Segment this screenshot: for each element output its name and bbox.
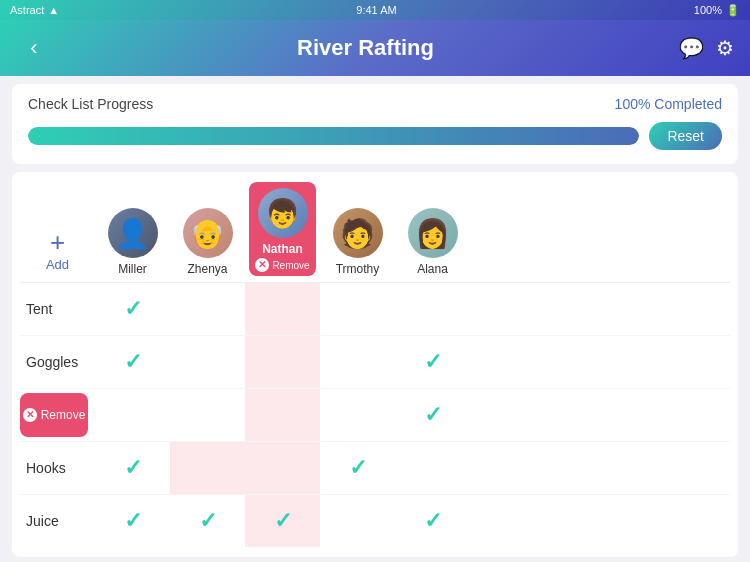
progress-section: Check List Progress 100% Completed Reset <box>12 84 738 164</box>
member-cell-zhenya: 👴 Zhenya <box>170 208 245 276</box>
nathan-selected-cell[interactable]: 👦 Nathan ✕ Remove <box>249 182 315 276</box>
plus-icon: + <box>50 229 65 255</box>
grid-cell-remove-nathan[interactable] <box>245 389 320 441</box>
settings-icon[interactable]: ⚙ <box>716 36 734 60</box>
grid-cell-tent-trmothy[interactable] <box>320 283 395 335</box>
grid-cell-tent-zhenya[interactable] <box>170 283 245 335</box>
check-icon: ✓ <box>199 508 217 534</box>
check-icon: ✓ <box>424 508 442 534</box>
items-grid: Tent ✓ Goggles ✓ ✓ ✕ Remove <box>20 282 730 547</box>
member-avatar-wrapper-miller[interactable]: 👤 Miller <box>108 208 158 276</box>
header: ‹ River Rafting 💬 ⚙ <box>0 20 750 76</box>
grid-cell-goggles-alana[interactable]: ✓ <box>395 336 470 388</box>
grid-cell-remove-alana[interactable]: ✓ <box>395 389 470 441</box>
member-name-miller: Miller <box>118 262 147 276</box>
grid-cell-remove-trmothy[interactable] <box>320 389 395 441</box>
grid-cell-remove-miller[interactable] <box>95 389 170 441</box>
grid-cell-juice-zhenya[interactable]: ✓ <box>170 495 245 547</box>
status-carrier: Astract ▲ <box>10 4 59 16</box>
header-icons: 💬 ⚙ <box>679 36 734 60</box>
member-avatar-wrapper-alana[interactable]: 👩 Alana <box>408 208 458 276</box>
item-label-juice: Juice <box>20 513 95 529</box>
item-label-goggles: Goggles <box>20 354 95 370</box>
add-member-button[interactable]: + Add <box>46 229 69 272</box>
trmothy-face-icon: 🧑 <box>340 217 375 250</box>
item-label-tent: Tent <box>20 301 95 317</box>
back-button[interactable]: ‹ <box>16 35 52 61</box>
member-row: + Add 👤 Miller 👴 Zhenya <box>20 182 730 276</box>
progress-bar-fill <box>28 127 639 145</box>
remove-circle-icon: ✕ <box>255 258 269 272</box>
grid-cell-juice-miller[interactable]: ✓ <box>95 495 170 547</box>
progress-label: Check List Progress <box>28 96 153 112</box>
status-time: 9:41 AM <box>356 4 396 16</box>
check-icon: ✓ <box>274 508 292 534</box>
remove-row-label: Remove <box>41 408 86 422</box>
member-avatar-wrapper-trmothy[interactable]: 🧑 Trmothy <box>333 208 383 276</box>
grid-cell-hooks-miller[interactable]: ✓ <box>95 442 170 494</box>
avatar-alana: 👩 <box>408 208 458 258</box>
grid-cell-juice-nathan[interactable]: ✓ <box>245 495 320 547</box>
page-title: River Rafting <box>52 35 679 61</box>
grid-cell-goggles-miller[interactable]: ✓ <box>95 336 170 388</box>
progress-header: Check List Progress 100% Completed <box>28 96 722 112</box>
grid-cell-juice-trmothy[interactable] <box>320 495 395 547</box>
member-avatar-wrapper-zhenya[interactable]: 👴 Zhenya <box>183 208 233 276</box>
status-bar: Astract ▲ 9:41 AM 100% 🔋 <box>0 0 750 20</box>
check-icon: ✓ <box>124 455 142 481</box>
avatar-trmothy: 🧑 <box>333 208 383 258</box>
grid-cell-remove-zhenya[interactable] <box>170 389 245 441</box>
item-label-hooks: Hooks <box>20 460 95 476</box>
remove-x-icon: ✕ <box>258 260 266 270</box>
check-icon: ✓ <box>349 455 367 481</box>
add-member-cell: + Add <box>20 229 95 276</box>
table-row-hooks: Hooks ✓ ✓ <box>20 442 730 495</box>
status-right: 100% 🔋 <box>694 4 740 17</box>
wifi-icon: ▲ <box>48 4 59 16</box>
grid-cell-hooks-alana[interactable] <box>395 442 470 494</box>
grid-cell-tent-miller[interactable]: ✓ <box>95 283 170 335</box>
remove-row-button[interactable]: ✕ Remove <box>20 393 88 437</box>
remove-row-circle-icon: ✕ <box>23 408 37 422</box>
grid-cell-hooks-nathan[interactable] <box>245 442 320 494</box>
avatar-zhenya: 👴 <box>183 208 233 258</box>
carrier-text: Astract <box>10 4 44 16</box>
grid-section: + Add 👤 Miller 👴 Zhenya <box>12 172 738 557</box>
member-name-alana: Alana <box>417 262 448 276</box>
grid-cell-goggles-zhenya[interactable] <box>170 336 245 388</box>
member-cell-nathan: 👦 Nathan ✕ Remove <box>245 182 320 276</box>
grid-cell-hooks-zhenya[interactable] <box>170 442 245 494</box>
member-cell-miller: 👤 Miller <box>95 208 170 276</box>
nathan-face-icon: 👦 <box>265 197 300 230</box>
member-name-trmothy: Trmothy <box>336 262 380 276</box>
grid-cell-tent-nathan[interactable] <box>245 283 320 335</box>
battery-text: 100% <box>694 4 722 16</box>
grid-cell-goggles-nathan[interactable] <box>245 336 320 388</box>
battery-icon: 🔋 <box>726 4 740 17</box>
check-icon: ✓ <box>424 349 442 375</box>
avatar-nathan: 👦 <box>258 188 308 238</box>
grid-cell-goggles-trmothy[interactable] <box>320 336 395 388</box>
grid-cell-hooks-trmothy[interactable]: ✓ <box>320 442 395 494</box>
chat-icon[interactable]: 💬 <box>679 36 704 60</box>
remove-row-x-icon: ✕ <box>26 410 34 420</box>
check-icon: ✓ <box>124 296 142 322</box>
item-label-remove: ✕ Remove <box>20 393 95 437</box>
table-row-remove: ✕ Remove ✓ <box>20 389 730 442</box>
alana-face-icon: 👩 <box>415 217 450 250</box>
reset-button[interactable]: Reset <box>649 122 722 150</box>
progress-bar-container: Reset <box>28 122 722 150</box>
table-row-goggles: Goggles ✓ ✓ <box>20 336 730 389</box>
nathan-remove-label: Remove <box>272 260 309 271</box>
nathan-remove-badge[interactable]: ✕ Remove <box>255 258 309 272</box>
progress-bar-bg <box>28 127 639 145</box>
progress-percentage: 100% Completed <box>615 96 722 112</box>
check-icon: ✓ <box>124 349 142 375</box>
member-cell-trmothy: 🧑 Trmothy <box>320 208 395 276</box>
check-icon: ✓ <box>424 402 442 428</box>
grid-cell-tent-alana[interactable] <box>395 283 470 335</box>
add-label: Add <box>46 257 69 272</box>
member-name-nathan: Nathan <box>262 242 303 256</box>
grid-cell-juice-alana[interactable]: ✓ <box>395 495 470 547</box>
table-row-tent: Tent ✓ <box>20 283 730 336</box>
